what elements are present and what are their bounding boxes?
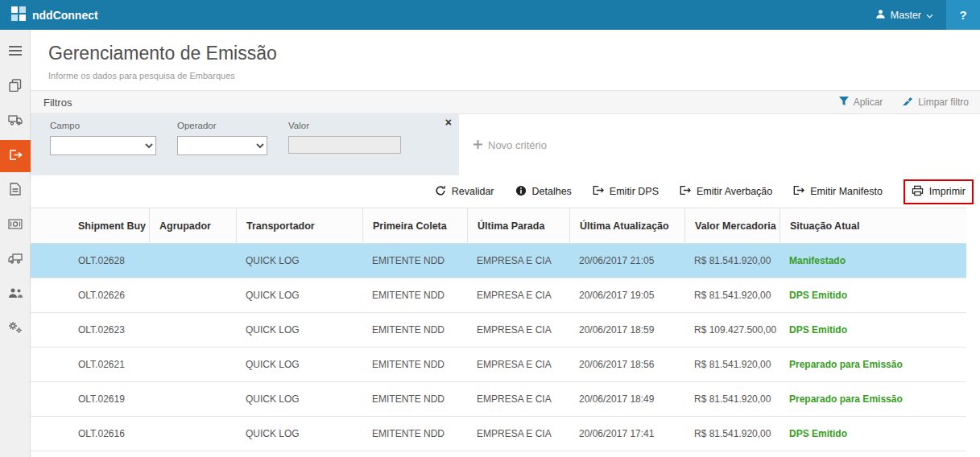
cell-transportador: QUICK LOG (236, 348, 362, 381)
column-label: Última Atualização (580, 220, 669, 232)
column-header-shipment[interactable]: Shipment Buy ↓ (68, 208, 149, 243)
user-menu[interactable]: Master (862, 0, 946, 30)
cell-situacao-atual: Manifestado (779, 244, 966, 278)
table-row[interactable]: OLT.02628 QUICK LOG EMITENTE NDD EMPRESA… (31, 244, 966, 278)
print-button[interactable]: Imprimir (904, 179, 974, 204)
table-row[interactable]: OLT.02619 QUICK LOG EMITENTE NDD EMPRESA… (31, 382, 966, 417)
action-toolbar: Revalidar Detalhes Emitir DPS Emitir Ave… (31, 175, 980, 208)
sidebar-item-users[interactable] (0, 278, 31, 311)
emit-manifesto-label: Emitir Manifesto (810, 186, 883, 197)
clear-filter-label: Limpar filtro (918, 97, 969, 108)
valor-input[interactable] (288, 136, 401, 154)
cell-shipment: OLT.02626 (68, 278, 149, 312)
apply-filter-label: Aplicar (854, 97, 883, 108)
clear-filter-button[interactable]: Limpar filtro (902, 97, 969, 109)
column-header-primeira-coleta[interactable]: Primeira Coleta (362, 208, 467, 243)
copy-icon (9, 79, 22, 95)
column-header-situacao-atual[interactable]: Situação Atual (779, 208, 966, 243)
cell-agrupador (149, 382, 236, 416)
cell-ultima-atualizacao: 20/06/2017 18:56 (569, 348, 684, 381)
field-group-campo: Campo (50, 121, 156, 155)
cell-ultima-atualizacao: 20/06/2017 17:41 (569, 417, 684, 451)
cell-valor-mercadoria: R$ 81.541.920,00 (684, 417, 779, 451)
sidebar-item-menu[interactable] (0, 36, 31, 68)
campo-select[interactable] (50, 136, 156, 155)
page-subtitle: Informe os dados para pesquisa de Embarq… (48, 71, 980, 80)
brand-name: nddConnect (32, 9, 98, 22)
cell-transportador: QUICK LOG (236, 417, 362, 451)
cell-agrupador (149, 417, 236, 451)
new-criteria-label: Novo critério (488, 139, 547, 151)
cell-primeira-coleta: EMITENTE NDD (362, 244, 467, 278)
sidebar-item-settings[interactable] (0, 313, 31, 345)
row-select-cell[interactable] (31, 313, 68, 347)
brand-logo-icon (11, 6, 26, 24)
funnel-icon (839, 97, 849, 109)
menu-icon (8, 45, 23, 60)
help-label: ? (959, 8, 966, 22)
table-header: Shipment Buy ↓ Agrupador Transportador P… (31, 208, 966, 244)
sidebar-item-delivery[interactable] (0, 244, 31, 276)
cell-primeira-coleta: EMITENTE NDD (362, 348, 467, 381)
sidebar-item-copy[interactable] (0, 71, 31, 103)
sidebar-item-document[interactable] (0, 175, 31, 207)
row-select-cell[interactable] (31, 278, 68, 312)
sidebar-item-billing[interactable] (0, 209, 31, 241)
brand[interactable]: nddConnect (0, 6, 98, 24)
cell-ultima-atualizacao: 20/06/2017 19:05 (569, 278, 684, 312)
column-header-ultima-parada[interactable]: Última Parada (467, 208, 569, 243)
cell-ultima-parada: EMPRESA E CIA (467, 278, 569, 312)
cell-transportador: QUICK LOG (236, 278, 362, 312)
cell-shipment: OLT.02621 (68, 348, 149, 381)
help-button[interactable]: ? (946, 0, 980, 30)
column-header-transportador[interactable]: Transportador (236, 208, 362, 243)
cell-situacao-atual: DPS Emitido (779, 278, 966, 312)
cell-agrupador (149, 278, 236, 312)
column-label: Última Parada (478, 220, 544, 232)
operador-select[interactable] (177, 136, 267, 155)
column-header-agrupador[interactable]: Agrupador (149, 208, 236, 243)
column-header-ultima-atualizacao[interactable]: Última Atualização (569, 208, 684, 243)
table-row[interactable]: OLT.02626 QUICK LOG EMITENTE NDD EMPRESA… (31, 278, 966, 313)
emit-manifesto-button[interactable]: Emitir Manifesto (793, 185, 883, 198)
sidebar-item-truck[interactable] (0, 105, 31, 138)
sidebar-item-emission[interactable] (0, 140, 31, 172)
filters-bar: Filtros Aplicar Limpar filtro (31, 90, 980, 114)
cell-ultima-parada: EMPRESA E CIA (467, 382, 569, 416)
row-select-cell[interactable] (31, 382, 68, 416)
table-row[interactable]: OLT.02621 QUICK LOG EMITENTE NDD EMPRESA… (31, 348, 966, 382)
table-row[interactable]: OLT.02616 QUICK LOG EMITENTE NDD EMPRESA… (31, 417, 966, 451)
emit-dps-button[interactable]: Emitir DPS (593, 185, 659, 198)
cell-primeira-coleta: EMITENTE NDD (362, 382, 467, 416)
delivery-truck-icon (8, 253, 23, 267)
cell-ultima-atualizacao: 20/06/2017 18:49 (569, 382, 684, 416)
topbar-right: Master ? (862, 0, 980, 30)
emit-icon (680, 185, 691, 198)
cell-transportador: QUICK LOG (236, 244, 362, 278)
column-header-valor-mercadoria[interactable]: Valor Mercadoria (684, 208, 779, 243)
emit-averbacao-button[interactable]: Emitir Averbação (680, 185, 772, 198)
shipments-table: Shipment Buy ↓ Agrupador Transportador P… (31, 208, 966, 451)
new-criteria-button[interactable]: Novo critério (473, 139, 547, 151)
cell-shipment: OLT.02628 (68, 244, 149, 278)
row-select-cell[interactable] (31, 417, 68, 451)
revalidate-button[interactable]: Revalidar (435, 185, 494, 199)
cell-transportador: QUICK LOG (236, 382, 362, 416)
user-icon (875, 9, 886, 22)
cell-shipment: OLT.02616 (68, 417, 149, 451)
row-select-cell[interactable] (31, 244, 68, 278)
apply-filter-button[interactable]: Aplicar (839, 97, 883, 109)
page-title: Gerenciamento de Emissão (48, 43, 980, 64)
remove-criteria-button[interactable]: × (445, 117, 452, 128)
cell-agrupador (149, 348, 236, 381)
row-select-cell[interactable] (31, 348, 68, 381)
details-button[interactable]: Detalhes (515, 185, 572, 199)
table-row[interactable]: OLT.02623 QUICK LOG EMITENTE NDD EMPRESA… (31, 313, 966, 348)
column-label: Primeira Coleta (373, 220, 447, 232)
operador-label: Operador (177, 121, 267, 130)
sidebar (0, 30, 31, 457)
cell-ultima-parada: EMPRESA E CIA (467, 348, 569, 381)
page-head: Gerenciamento de Emissão Informe os dado… (31, 30, 980, 80)
main-content: Gerenciamento de Emissão Informe os dado… (31, 30, 980, 457)
cell-valor-mercadoria: R$ 109.427.500,00 (684, 313, 779, 347)
